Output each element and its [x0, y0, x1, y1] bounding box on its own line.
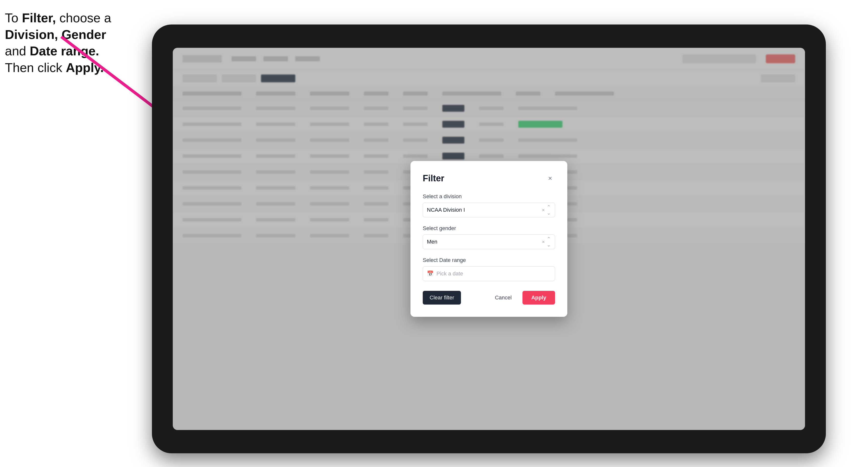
tablet-device: Filter × Select a division NCAA Division…	[152, 25, 826, 453]
division-select-icons: × ⌃⌄	[542, 204, 551, 216]
gender-chevron-icon: ⌃⌄	[547, 236, 551, 248]
gender-clear-icon[interactable]: ×	[542, 239, 545, 245]
modal-title: Filter	[423, 173, 444, 184]
date-input[interactable]: 📅 Pick a date	[423, 266, 555, 281]
date-label: Select Date range	[423, 257, 555, 263]
division-chevron-icon: ⌃⌄	[547, 204, 551, 216]
filter-modal: Filter × Select a division NCAA Division…	[410, 161, 567, 317]
date-form-group: Select Date range 📅 Pick a date	[423, 257, 555, 281]
gender-select[interactable]: Men × ⌃⌄	[423, 235, 555, 249]
gender-form-group: Select gender Men × ⌃⌄	[423, 225, 555, 249]
modal-header: Filter ×	[423, 173, 555, 184]
gender-value: Men	[427, 239, 542, 245]
modal-backdrop: Filter × Select a division NCAA Division…	[173, 48, 805, 430]
division-label: Select a division	[423, 193, 555, 200]
instruction-line1: To Filter, choose a	[5, 11, 111, 25]
division-form-group: Select a division NCAA Division I × ⌃⌄	[423, 193, 555, 217]
division-clear-icon[interactable]: ×	[542, 207, 545, 213]
cancel-button[interactable]: Cancel	[488, 291, 518, 305]
close-icon[interactable]: ×	[545, 174, 555, 183]
division-value: NCAA Division I	[427, 207, 542, 213]
clear-filter-button[interactable]: Clear filter	[423, 291, 461, 305]
modal-footer: Clear filter Cancel Apply	[423, 291, 555, 305]
footer-right-actions: Cancel Apply	[488, 291, 555, 305]
calendar-icon: 📅	[427, 271, 434, 277]
division-select[interactable]: NCAA Division I × ⌃⌄	[423, 203, 555, 217]
tablet-screen: Filter × Select a division NCAA Division…	[173, 48, 805, 430]
gender-select-icons: × ⌃⌄	[542, 236, 551, 248]
date-placeholder: Pick a date	[436, 271, 463, 277]
apply-button[interactable]: Apply	[523, 291, 555, 305]
gender-label: Select gender	[423, 225, 555, 231]
